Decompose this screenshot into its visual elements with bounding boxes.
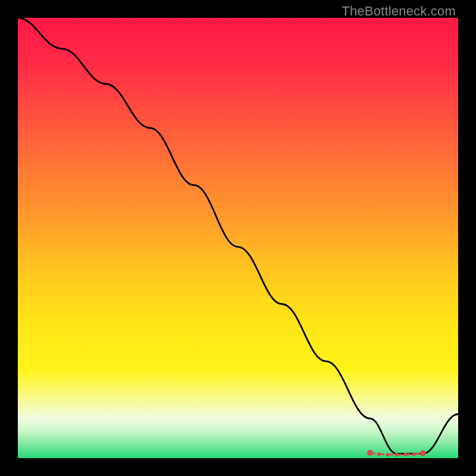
optimal-marker (394, 453, 398, 456)
optimal-range-markers (367, 450, 426, 456)
optimal-range-segment (381, 454, 386, 455)
chart-frame: TheBottleneck.com (0, 0, 476, 476)
optimal-marker (377, 452, 381, 456)
optimal-marker (386, 453, 389, 456)
chart-svg (18, 18, 458, 458)
optimal-marker (420, 450, 426, 456)
bottleneck-curve (18, 18, 458, 454)
plot-area (18, 18, 458, 458)
optimal-marker (412, 452, 416, 456)
optimal-marker (403, 453, 407, 456)
watermark-text: TheBottleneck.com (342, 4, 456, 19)
